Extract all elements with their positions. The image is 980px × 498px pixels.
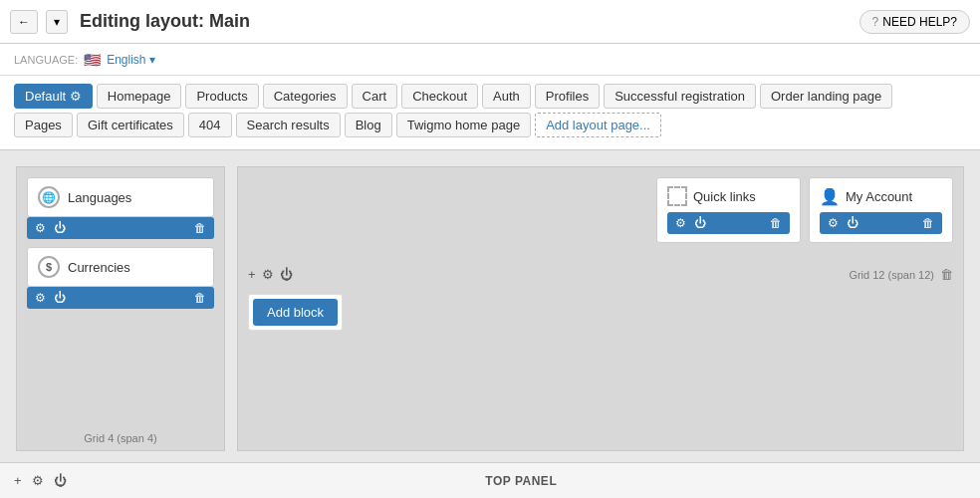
bottom-panel: + ⚙ ⏻ TOP PANEL — [0, 462, 980, 498]
trash-icon[interactable]: 🗑 — [922, 216, 934, 230]
gear-icon[interactable]: ⚙ — [675, 216, 686, 230]
tab-add-layout[interactable]: Add layout page... — [535, 113, 661, 137]
page-title: Editing layout: Main — [80, 11, 250, 32]
trash-icon[interactable]: 🗑 — [940, 267, 953, 282]
tab-successful-registration[interactable]: Successful registration — [604, 84, 756, 109]
quick-links-widget: Quick links ⚙ ⏻ 🗑 — [656, 177, 801, 243]
tab-auth[interactable]: Auth — [482, 84, 531, 109]
add-block-container: Add block — [248, 294, 343, 331]
top-blocks: Quick links ⚙ ⏻ 🗑 👤 My Account ⚙ ⏻ 🗑 — [656, 177, 953, 243]
language-bar: LANGUAGE: 🇺🇸 English ▾ — [0, 44, 980, 76]
dropdown-button[interactable]: ▾ — [46, 10, 68, 34]
languages-block: 🌐 Languages — [27, 177, 214, 217]
tab-checkout[interactable]: Checkout — [401, 84, 478, 109]
plus-icon[interactable]: + — [248, 267, 256, 282]
trash-icon[interactable]: 🗑 — [194, 291, 206, 305]
tab-homepage[interactable]: Homepage — [97, 84, 182, 109]
language-selector[interactable]: English ▾ — [107, 53, 154, 67]
back-icon: ← — [18, 15, 30, 29]
question-icon: ? — [872, 15, 879, 29]
currency-icon: $ — [38, 256, 60, 278]
gear-icon[interactable]: ⚙ — [35, 221, 46, 235]
dropdown-icon: ▾ — [54, 15, 60, 29]
main-area: 🌐 Languages ⚙ ⏻ 🗑 $ Currencies ⚙ ⏻ 🗑 Gri… — [0, 150, 980, 467]
tabs-row-1: Default ⚙ Homepage Products Categories C… — [14, 84, 966, 109]
my-account-toolbar: ⚙ ⏻ 🗑 — [820, 212, 942, 234]
plus-icon[interactable]: + — [14, 473, 22, 488]
header: ← ▾ Editing layout: Main ? NEED HELP? — [0, 0, 980, 44]
power-icon[interactable]: ⏻ — [280, 267, 293, 282]
power-icon[interactable]: ⏻ — [54, 473, 67, 488]
language-label: LANGUAGE: — [14, 54, 78, 66]
tab-order-landing[interactable]: Order landing page — [760, 84, 892, 109]
trash-icon[interactable]: 🗑 — [770, 216, 782, 230]
power-icon[interactable]: ⏻ — [54, 221, 66, 235]
power-icon[interactable]: ⏻ — [54, 291, 66, 305]
currencies-label: Currencies — [68, 260, 130, 275]
tab-default[interactable]: Default ⚙ — [14, 84, 93, 109]
tab-gift-certificates[interactable]: Gift certificates — [77, 113, 184, 137]
power-icon[interactable]: ⏻ — [694, 216, 706, 230]
dashed-icon — [667, 186, 687, 206]
gear-icon[interactable]: ⚙ — [35, 291, 46, 305]
trash-icon[interactable]: 🗑 — [194, 221, 206, 235]
tab-blog[interactable]: Blog — [345, 113, 392, 137]
languages-toolbar: ⚙ ⏻ 🗑 — [27, 217, 214, 239]
quick-links-toolbar: ⚙ ⏻ 🗑 — [667, 212, 790, 234]
my-account-label: My Account — [846, 189, 912, 204]
tab-categories[interactable]: Categories — [263, 84, 348, 109]
tab-cart[interactable]: Cart — [352, 84, 398, 109]
grid-12-label: Grid 12 (span 12) — [849, 269, 934, 281]
back-button[interactable]: ← — [10, 10, 38, 34]
flag-icon: 🇺🇸 — [84, 52, 101, 68]
currencies-toolbar: ⚙ ⏻ 🗑 — [27, 287, 214, 309]
right-panel: Quick links ⚙ ⏻ 🗑 👤 My Account ⚙ ⏻ 🗑 — [237, 166, 964, 451]
panel-label: TOP PANEL — [77, 474, 966, 488]
tab-twigmo[interactable]: Twigmo home page — [396, 113, 531, 137]
gear-icon[interactable]: ⚙ — [32, 473, 44, 488]
tab-search-results[interactable]: Search results — [236, 113, 341, 137]
gear-icon[interactable]: ⚙ — [828, 216, 839, 230]
quick-links-header: Quick links — [667, 186, 790, 206]
quick-links-label: Quick links — [693, 189, 756, 204]
tabs-row-2: Pages Gift certificates 404 Search resul… — [14, 113, 966, 137]
gear-icon[interactable]: ⚙ — [262, 267, 274, 282]
tab-profiles[interactable]: Profiles — [535, 84, 600, 109]
tabs-area: Default ⚙ Homepage Products Categories C… — [0, 76, 980, 150]
languages-widget: 🌐 Languages ⚙ ⏻ 🗑 — [27, 177, 214, 239]
grid-12-toolbar: + ⚙ ⏻ Grid 12 (span 12) 🗑 — [248, 267, 953, 282]
currencies-block: $ Currencies — [27, 247, 214, 287]
tab-products[interactable]: Products — [185, 84, 258, 109]
person-icon: 👤 — [820, 186, 840, 206]
need-help-button[interactable]: ? NEED HELP? — [859, 10, 970, 34]
add-block-button[interactable]: Add block — [253, 299, 338, 326]
my-account-header: 👤 My Account — [820, 186, 942, 206]
tab-pages[interactable]: Pages — [14, 113, 73, 137]
tab-404[interactable]: 404 — [188, 113, 232, 137]
languages-label: Languages — [68, 190, 131, 205]
currencies-widget: $ Currencies ⚙ ⏻ 🗑 — [27, 247, 214, 309]
my-account-widget: 👤 My Account ⚙ ⏻ 🗑 — [809, 177, 953, 243]
power-icon[interactable]: ⏻ — [847, 216, 858, 230]
globe-icon: 🌐 — [38, 186, 60, 208]
dropdown-icon: ▾ — [149, 53, 155, 67]
left-panel: 🌐 Languages ⚙ ⏻ 🗑 $ Currencies ⚙ ⏻ 🗑 Gri… — [16, 166, 225, 451]
grid-4-label: Grid 4 (span 4) — [84, 432, 156, 444]
